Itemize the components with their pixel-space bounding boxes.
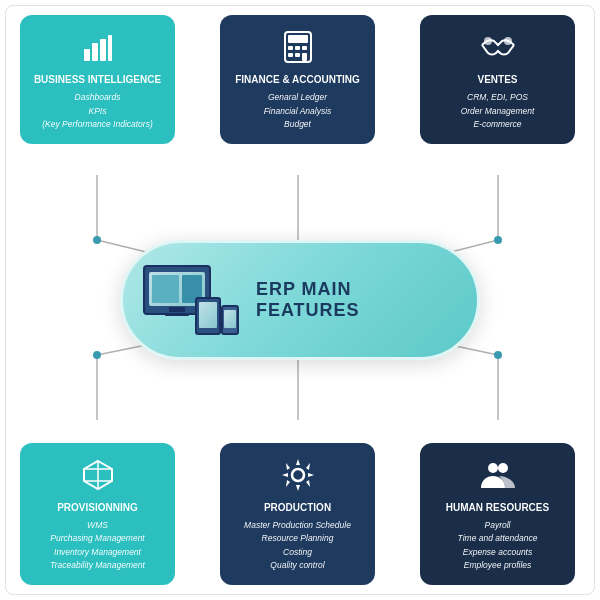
svg-rect-25 [288, 53, 293, 57]
people-icon [478, 455, 518, 495]
svg-rect-16 [84, 49, 90, 61]
svg-point-13 [93, 351, 101, 359]
handshake-icon [478, 27, 518, 67]
pill-content: ERP MAIN FEATURES [123, 255, 477, 345]
production-title: PRODUCTION [230, 501, 365, 514]
svg-rect-23 [295, 46, 300, 50]
hr-items: PayrollTime and attendanceExpense accoun… [430, 519, 565, 573]
svg-rect-18 [100, 39, 106, 61]
hr-title: HUMAN RESOURCES [430, 501, 565, 514]
gear-icon [278, 455, 318, 495]
finance-title: FINANCE & ACCOUNTING [230, 73, 365, 86]
production-items: Master Production ScheduleResource Plann… [230, 519, 365, 573]
bi-title: BUSINESS INTELLIGENCE [30, 73, 165, 86]
card-finance: FINANCE & ACCOUNTING Genaral LedgerFinan… [220, 15, 375, 144]
svg-point-35 [498, 463, 508, 473]
device-mockup [143, 265, 241, 335]
svg-point-34 [488, 463, 498, 473]
finance-items: Genaral LedgerFinancial AnalysisBudget [230, 91, 365, 132]
calculator-icon [278, 27, 318, 67]
bar-chart-icon [78, 27, 118, 67]
svg-point-15 [494, 351, 502, 359]
box-icon [78, 455, 118, 495]
svg-rect-17 [92, 43, 98, 61]
svg-point-10 [93, 236, 101, 244]
svg-point-12 [494, 236, 502, 244]
card-provisionning: PROVISIONNING WMSPurchasing ManagementIn… [20, 443, 175, 585]
provision-title: PROVISIONNING [30, 501, 165, 514]
provision-items: WMSPurchasing ManagementInventory Manage… [30, 519, 165, 573]
svg-point-28 [484, 37, 492, 45]
diagram-container: BUSINESS INTELLIGENCE DashboardsKPIs(Key… [0, 0, 600, 600]
card-business-intelligence: BUSINESS INTELLIGENCE DashboardsKPIs(Key… [20, 15, 175, 144]
erp-label: ERP MAIN FEATURES [256, 279, 457, 321]
svg-rect-21 [288, 35, 308, 43]
svg-rect-22 [288, 46, 293, 50]
card-human-resources: HUMAN RESOURCES PayrollTime and attendan… [420, 443, 575, 585]
ventes-title: VENTES [430, 73, 565, 86]
svg-point-33 [292, 469, 304, 481]
svg-rect-27 [302, 53, 307, 61]
center-erp-pill: ERP MAIN FEATURES [120, 240, 480, 360]
svg-rect-26 [295, 53, 300, 57]
svg-rect-24 [302, 46, 307, 50]
svg-point-29 [504, 37, 512, 45]
card-ventes: VENTES CRM, EDI, POSOrder ManagementE-co… [420, 15, 575, 144]
svg-rect-19 [108, 35, 112, 61]
card-production: PRODUCTION Master Production ScheduleRes… [220, 443, 375, 585]
ventes-items: CRM, EDI, POSOrder ManagementE-commerce [430, 91, 565, 132]
bi-items: DashboardsKPIs(Key Performance Indicator… [30, 91, 165, 132]
